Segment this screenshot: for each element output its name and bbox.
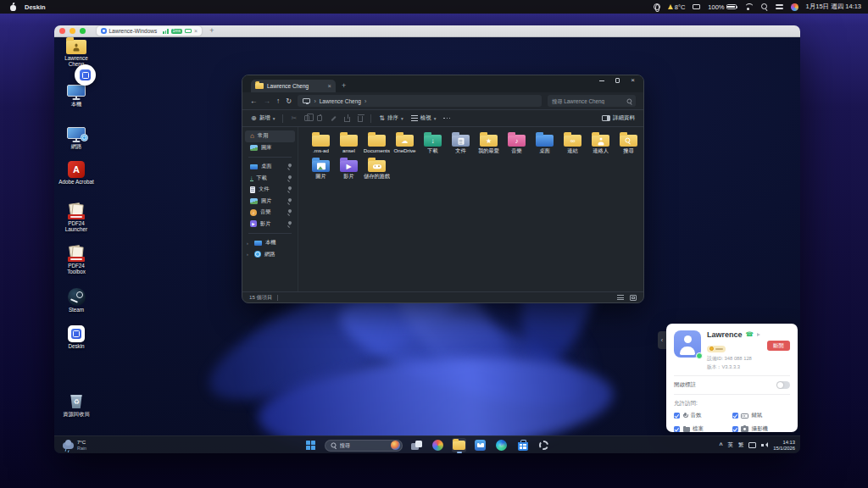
file-list[interactable]: .ms-ad ansel Documents ☁OneDrive ↓下載 文件 … <box>298 127 643 291</box>
language-indicator[interactable]: 英 <box>728 441 733 449</box>
desktop-icon-pdf24-launcher[interactable]: PDF24 Launcher <box>58 203 94 232</box>
forward-button[interactable]: → <box>264 97 271 105</box>
menubar-clock[interactable]: 1月15日 週四 14:13 <box>806 3 861 11</box>
file-item[interactable]: 圖片 <box>307 157 335 180</box>
maximize-button[interactable] <box>615 78 620 83</box>
new-session-button[interactable]: + <box>209 27 214 35</box>
back-button[interactable]: ← <box>250 97 258 105</box>
sidebar-item-pictures[interactable]: 圖片 <box>245 196 295 208</box>
network-tray-icon[interactable] <box>748 442 756 448</box>
sidebar-item-desktop[interactable]: 桌面 <box>245 161 295 173</box>
file-item[interactable]: ∞連結 <box>559 131 587 154</box>
breadcrumb-current[interactable]: Lawrence Cheng <box>320 98 361 104</box>
edge-button[interactable] <box>494 438 509 452</box>
desktop-icon-this-pc[interactable]: 本機 <box>58 85 94 107</box>
rename-icon[interactable] <box>330 115 337 122</box>
send-icon[interactable] <box>757 333 760 336</box>
sidebar-item-this-pc[interactable]: ›本機 <box>245 237 295 249</box>
task-view-button[interactable] <box>409 438 424 452</box>
file-item[interactable]: ansel <box>335 131 363 154</box>
more-options-icon[interactable] <box>443 118 450 119</box>
taskbar-clock[interactable]: 14:13 15/1/2026 <box>773 440 795 451</box>
mail-button[interactable] <box>473 438 487 452</box>
checkbox-checked-icon[interactable] <box>674 413 680 419</box>
weather-status[interactable]: 8°C <box>668 3 686 11</box>
annotation-toggle[interactable] <box>776 381 790 389</box>
sidebar-item-music[interactable]: ♪音樂 <box>245 207 295 219</box>
disconnect-button[interactable]: 斷開 <box>767 341 790 351</box>
voice-call-icon[interactable]: ☎ <box>746 331 754 338</box>
file-item[interactable]: ↓下載 <box>419 131 447 154</box>
store-button[interactable] <box>515 438 530 452</box>
copy-icon[interactable] <box>304 115 309 121</box>
desktop-icon-user-folder[interactable]: Lawrence Cheng <box>58 40 94 67</box>
sidebar-item-downloads[interactable]: ↓下載 <box>245 173 295 185</box>
permission-audio[interactable]: 音效 <box>674 412 732 419</box>
delete-icon[interactable] <box>358 116 363 122</box>
file-item[interactable]: ▶影片 <box>335 157 363 180</box>
copilot-button[interactable] <box>431 438 445 452</box>
desktop-icon-network[interactable]: 網路 <box>58 127 94 149</box>
permission-camera[interactable]: 攝影機 <box>732 425 791 433</box>
large-icons-view-icon[interactable] <box>630 295 637 301</box>
desktop-icon-deskin[interactable]: Deskin <box>58 325 94 349</box>
desktop-icon-acrobat[interactable]: A Adobe Acrobat <box>58 161 94 185</box>
close-button[interactable]: × <box>631 77 635 84</box>
control-center-icon[interactable] <box>776 3 783 10</box>
paste-icon[interactable] <box>317 115 322 122</box>
explorer-search-input[interactable] <box>552 98 624 104</box>
checkbox-checked-icon[interactable] <box>732 426 738 432</box>
permission-keyboard-mouse[interactable]: 鍵鼠 <box>732 412 791 419</box>
menubar-app-name[interactable]: Deskin <box>25 3 46 11</box>
desktop-icon-recycle-bin[interactable]: ♻ 資源回收筒 <box>58 394 94 417</box>
sidebar-item-videos[interactable]: ▶影片 <box>245 219 295 230</box>
ime-mode-indicator[interactable]: 繁 <box>738 441 743 449</box>
sidebar-item-documents[interactable]: 文件 <box>245 184 295 196</box>
expand-chevron-icon[interactable]: › <box>247 252 251 257</box>
explorer-tab[interactable]: Lawrence Cheng × <box>251 80 336 92</box>
file-item[interactable]: ♪音樂 <box>503 131 531 154</box>
share-icon[interactable] <box>344 117 350 122</box>
sort-button[interactable]: ⇅排序▾ <box>379 114 403 122</box>
panel-collapse-handle[interactable]: ‹ <box>658 331 666 349</box>
apple-menu-icon[interactable] <box>10 3 17 11</box>
file-item[interactable]: 文件 <box>447 131 475 154</box>
close-session-icon[interactable]: × <box>194 28 198 34</box>
cut-icon[interactable]: ✂ <box>291 115 297 122</box>
zoom-traffic-light[interactable] <box>80 28 86 34</box>
file-item[interactable]: ☁OneDrive <box>391 131 419 154</box>
file-explorer-button[interactable] <box>452 438 466 452</box>
details-pane-button[interactable]: 詳細資料 <box>602 114 635 122</box>
file-item[interactable]: .ms-ad <box>307 131 335 154</box>
battery-status[interactable]: 100% <box>708 3 736 11</box>
minimize-button[interactable] <box>599 80 604 81</box>
details-view-icon[interactable] <box>617 295 624 301</box>
wifi-icon[interactable] <box>744 3 754 10</box>
minimize-traffic-light[interactable] <box>70 28 75 34</box>
close-traffic-light[interactable] <box>59 28 65 34</box>
new-button[interactable]: ⊕新增▾ <box>251 114 275 122</box>
breadcrumb[interactable]: › Lawrence Cheng › <box>298 95 542 107</box>
permission-files[interactable]: 檔案 <box>674 425 732 433</box>
sidebar-item-gallery[interactable]: 圖庫 <box>245 142 295 154</box>
file-item[interactable]: Documents <box>363 131 391 154</box>
expand-chevron-icon[interactable]: › <box>247 241 251 246</box>
checkbox-checked-icon[interactable] <box>732 413 738 419</box>
file-item[interactable]: 連絡人 <box>587 131 615 154</box>
taskbar-search-input[interactable] <box>340 442 388 448</box>
new-tab-button[interactable]: + <box>342 82 346 90</box>
file-item[interactable]: ★我的最愛 <box>475 131 503 154</box>
windows-desktop[interactable]: Lawrence Cheng 本機 網路 A Adobe Acrobat PDF… <box>54 37 800 453</box>
close-tab-icon[interactable]: × <box>328 83 331 90</box>
vm-session-tab[interactable]: Lawrence-Windows 1ms × <box>97 26 202 36</box>
volume-icon[interactable] <box>761 442 768 449</box>
checkbox-checked-icon[interactable] <box>674 426 680 432</box>
desktop-icon-pdf24-toolbox[interactable]: PDF24 Toolbox <box>58 246 94 274</box>
spotlight-icon[interactable] <box>761 3 768 10</box>
sidebar-item-home[interactable]: ⌂常用 <box>245 130 295 142</box>
file-item[interactable]: 搜尋 <box>615 131 643 154</box>
desktop-icon-steam[interactable]: Steam <box>58 288 94 313</box>
app-status-icon[interactable] <box>791 3 798 11</box>
up-button[interactable]: ↑ <box>276 97 280 105</box>
start-button[interactable] <box>303 438 318 452</box>
